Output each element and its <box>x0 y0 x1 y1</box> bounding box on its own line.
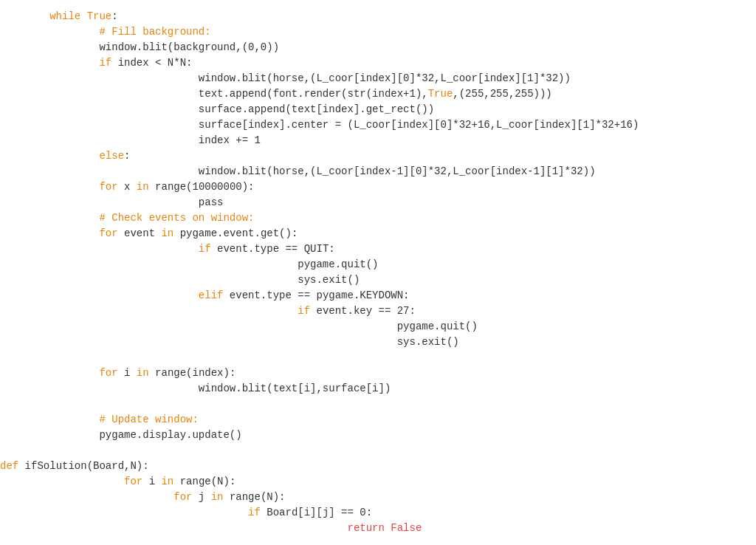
code-line: window.blit(background,(0,0)) <box>0 40 756 55</box>
code-line: sys.exit() <box>0 335 756 350</box>
code-token: for <box>99 181 117 193</box>
code-line: if event.type == QUIT: <box>0 241 756 257</box>
code-token: # Update window: <box>99 414 198 425</box>
code-token: pygame.display.update() <box>99 429 241 441</box>
code-token: in <box>137 181 149 193</box>
code-token: while True <box>49 10 111 22</box>
code-token: for <box>124 476 142 487</box>
code-token: in <box>161 476 173 487</box>
code-line: surface[index].center = (L_coor[index][0… <box>0 117 756 133</box>
code-token: in <box>211 491 224 503</box>
code-line: for event in pygame.event.get(): <box>0 226 756 241</box>
code-line: for i in range(N): <box>0 474 756 490</box>
code-line: if event.key == 27: <box>0 304 756 319</box>
code-token: window.blit(horse,(L_coor[index-1][0]*32… <box>199 165 596 177</box>
code-line: pygame.quit() <box>0 257 756 272</box>
code-token: range(N): <box>224 491 286 503</box>
code-line: for x in range(10000000): <box>0 179 756 195</box>
code-line: else: <box>0 148 756 164</box>
code-token: for <box>99 367 117 379</box>
code-token: # Check events on window: <box>99 212 254 224</box>
code-line: window.blit(horse,(L_coor[index-1][0]*32… <box>0 164 756 179</box>
code-editor: while True: # Fill background: window.bl… <box>0 6 756 545</box>
code-token: i <box>118 367 137 379</box>
code-token: : <box>111 10 117 22</box>
code-line <box>0 350 756 366</box>
code-token: window.blit(horse,(L_coor[index][0]*32,L… <box>199 72 571 84</box>
code-token: in <box>137 367 149 379</box>
code-line <box>0 536 756 545</box>
code-line: pygame.display.update() <box>0 428 756 443</box>
code-token: sys.exit() <box>397 336 459 348</box>
code-line: while True: <box>0 9 756 24</box>
code-token: Board[i][j] == 0: <box>261 507 372 518</box>
code-token: if <box>99 57 111 69</box>
code-token: range(index): <box>149 367 236 379</box>
code-token: window.blit(text[i],surface[i]) <box>199 383 391 394</box>
code-line: window.blit(horse,(L_coor[index][0]*32,L… <box>0 71 756 86</box>
code-token: if <box>199 243 211 255</box>
code-token: elif <box>199 289 224 301</box>
code-token: # Fill background: <box>99 26 210 38</box>
code-token: surface.append(text[index].get_rect()) <box>199 103 434 115</box>
code-line: sys.exit() <box>0 272 756 288</box>
code-token: : <box>124 150 130 162</box>
code-token: x <box>118 181 137 193</box>
code-token: pygame.quit() <box>397 321 478 332</box>
code-line: # Check events on window: <box>0 210 756 226</box>
code-line: if Board[i][j] == 0: <box>0 505 756 521</box>
code-token: if <box>298 305 310 317</box>
code-token: range(10000000): <box>149 181 255 193</box>
code-line: index += 1 <box>0 133 756 148</box>
code-token: for <box>99 227 117 239</box>
code-line: surface.append(text[index].get_rect()) <box>0 102 756 117</box>
code-token: event.key == 27: <box>310 305 416 317</box>
code-line: # Update window: <box>0 412 756 428</box>
code-token: def <box>0 460 18 472</box>
code-line <box>0 397 756 412</box>
code-token: event.type == QUIT: <box>211 243 335 255</box>
code-token: ,(255,255,255))) <box>453 88 551 100</box>
code-token: i <box>142 476 161 487</box>
code-token: else <box>99 150 124 162</box>
code-token: sys.exit() <box>298 274 360 286</box>
code-line: window.blit(text[i],surface[i]) <box>0 381 756 397</box>
code-token: ifSolution(Board,N): <box>18 460 148 472</box>
code-token: j <box>192 491 210 503</box>
code-token: index += 1 <box>199 134 261 146</box>
code-token: text.append(font.render(str(index+1), <box>199 88 428 100</box>
code-line: pygame.quit() <box>0 319 756 335</box>
code-line: for j in range(N): <box>0 490 756 505</box>
code-token: return False <box>347 522 422 534</box>
code-token: pass <box>199 196 224 208</box>
code-line: for i in range(index): <box>0 366 756 381</box>
code-token: event <box>118 227 162 239</box>
code-token: index < N*N: <box>111 57 192 69</box>
code-token: pygame.event.get(): <box>173 227 298 239</box>
code-line: def ifSolution(Board,N): <box>0 459 756 474</box>
code-line: if index < N*N: <box>0 55 756 71</box>
code-line: elif event.type == pygame.KEYDOWN: <box>0 288 756 304</box>
code-token: in <box>161 227 173 239</box>
code-token: for <box>173 491 192 503</box>
code-line: text.append(font.render(str(index+1),Tru… <box>0 86 756 102</box>
code-token: True <box>428 88 453 100</box>
code-line: # Fill background: <box>0 24 756 40</box>
code-token: window.blit(background,(0,0)) <box>99 41 279 53</box>
code-line: pass <box>0 195 756 210</box>
code-token: pygame.quit() <box>298 258 378 270</box>
code-line <box>0 443 756 459</box>
code-token: if <box>248 507 261 518</box>
code-token: range(N): <box>173 476 236 487</box>
code-token: event.type == pygame.KEYDOWN: <box>223 289 409 301</box>
code-token: surface[index].center = (L_coor[index][0… <box>199 119 639 131</box>
code-line: return False <box>0 521 756 536</box>
